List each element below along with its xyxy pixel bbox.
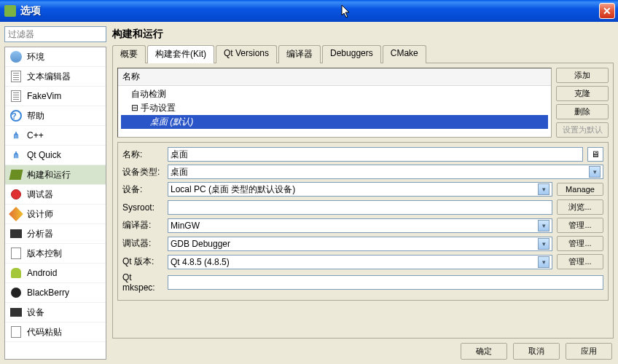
env-icon (9, 50, 23, 63)
category-item[interactable]: BlackBerry (5, 283, 106, 303)
mkspec-input[interactable] (168, 275, 603, 290)
device-label: 设备: (122, 183, 163, 196)
category-item[interactable]: 设计师 (5, 205, 106, 224)
remove-button[interactable]: 删除 (556, 104, 609, 119)
name-icon-button[interactable]: 🖥 (587, 147, 603, 162)
paste-icon (9, 325, 23, 339)
vcs-icon (9, 247, 23, 260)
category-item[interactable]: ?帮助 (5, 106, 106, 126)
compiler-label: 编译器: (122, 219, 163, 232)
clone-button[interactable]: 克隆 (556, 86, 609, 101)
category-label: 分析器 (27, 228, 53, 240)
qtversion-select[interactable]: Qt 4.8.5 (4.8.5)▾ (168, 255, 552, 269)
category-label: 环境 (27, 51, 44, 63)
category-item[interactable]: 环境 (5, 47, 106, 67)
tab[interactable]: Debuggers (322, 45, 381, 63)
tab[interactable]: Qt Versions (216, 45, 277, 63)
category-item[interactable]: FakeVim (5, 87, 106, 106)
category-label: 调试器 (27, 189, 53, 201)
help-icon: ? (9, 109, 23, 122)
category-item[interactable]: 设备 (5, 303, 106, 323)
window-title: 选项 (20, 4, 599, 17)
device-type-label: 设备类型: (122, 166, 163, 178)
chevron-down-icon: ▾ (538, 256, 549, 268)
chevron-down-icon: ▾ (538, 183, 549, 195)
tree-node[interactable]: 自动检测 (121, 87, 548, 101)
category-label: Qt Quick (27, 150, 61, 160)
cpp-icon: ⋔ (9, 129, 23, 142)
category-label: 设计师 (27, 208, 53, 221)
category-label: 版本控制 (27, 248, 62, 260)
set-default-button: 设置为默认 (556, 122, 609, 138)
apply-button[interactable]: 应用 (566, 343, 612, 360)
category-item[interactable]: Android (5, 264, 106, 283)
device-icon (9, 306, 23, 319)
tree-node[interactable]: ⊟ 手动设置 (121, 101, 548, 115)
category-item[interactable]: 文本编辑器 (5, 67, 106, 87)
sysroot-input[interactable] (168, 200, 552, 215)
name-input[interactable] (168, 147, 583, 162)
manage-device-button[interactable]: Manage (557, 183, 603, 196)
name-label: 名称: (122, 149, 163, 161)
filter-input[interactable] (4, 26, 106, 42)
mkspec-label: Qt mkspec: (122, 272, 163, 293)
add-button[interactable]: 添加 (556, 68, 609, 83)
category-label: BlackBerry (27, 288, 69, 298)
tree-header-name: 名称 (118, 68, 551, 86)
close-button[interactable]: ✕ (599, 3, 615, 19)
app-icon (4, 5, 16, 17)
category-label: 构建和运行 (27, 169, 71, 181)
text-icon (9, 70, 23, 83)
debugger-label: 调试器: (122, 237, 163, 250)
bb-icon (9, 286, 23, 299)
qtversion-label: Qt 版本: (122, 256, 163, 268)
category-label: 帮助 (27, 110, 44, 122)
sysroot-label: Sysroot: (122, 202, 163, 213)
title-bar: 选项 ✕ (0, 0, 618, 22)
design-icon (9, 207, 23, 221)
category-item[interactable]: 分析器 (5, 224, 106, 244)
category-item[interactable]: 版本控制 (5, 244, 106, 264)
category-item[interactable]: ⋔C++ (5, 126, 106, 146)
tab[interactable]: 编译器 (278, 45, 321, 63)
chevron-down-icon: ▾ (538, 238, 549, 250)
compiler-select[interactable]: MinGW▾ (168, 218, 552, 233)
kits-tree[interactable]: 名称 自动检测⊟ 手动设置桌面 (默认) (117, 68, 552, 138)
category-label: 文本编辑器 (27, 71, 71, 83)
android-icon (9, 266, 23, 280)
device-type-select[interactable]: 桌面▾ (168, 165, 603, 179)
category-item[interactable]: 调试器 (5, 185, 106, 205)
manage-compiler-button[interactable]: 管理... (557, 218, 603, 233)
analyzer-icon (9, 227, 23, 240)
category-item[interactable]: 代码粘贴 (5, 323, 106, 342)
device-select[interactable]: Local PC (桌面 类型的默认设备)▾ (168, 182, 552, 197)
cancel-button[interactable]: 取消 (513, 343, 560, 360)
manage-debugger-button[interactable]: 管理... (557, 236, 603, 251)
cpp-icon: ⋔ (9, 149, 23, 162)
category-label: 代码粘贴 (27, 326, 62, 339)
tab[interactable]: CMake (383, 45, 426, 63)
debug-icon (9, 188, 23, 201)
browse-sysroot-button[interactable]: 浏览... (557, 199, 603, 215)
category-list: 环境文本编辑器FakeVim?帮助⋔C++⋔Qt Quick构建和运行调试器设计… (4, 47, 106, 360)
category-label: C++ (27, 130, 44, 141)
tab-bar: 概要构建套件(Kit)Qt Versions编译器DebuggersCMake (112, 45, 614, 63)
category-label: FakeVim (27, 91, 61, 101)
tab[interactable]: 构建套件(Kit) (147, 45, 214, 63)
category-label: Android (27, 268, 57, 278)
category-item[interactable]: 构建和运行 (5, 165, 106, 185)
manage-qtversion-button[interactable]: 管理... (557, 254, 603, 269)
kit-form: 名称: 🖥 设备类型: 桌面▾ 设备: Local PC (桌面 类型的默认设备… (117, 142, 609, 301)
chevron-down-icon: ▾ (589, 166, 601, 178)
category-label: 设备 (27, 306, 44, 319)
text-icon (9, 90, 23, 103)
ok-button[interactable]: 确定 (461, 343, 507, 360)
debugger-select[interactable]: GDB Debugger▾ (168, 237, 552, 251)
chevron-down-icon: ▾ (538, 220, 549, 232)
tab[interactable]: 概要 (112, 45, 146, 63)
tree-node[interactable]: 桌面 (默认) (121, 115, 548, 129)
category-item[interactable]: ⋔Qt Quick (5, 146, 106, 165)
build-icon (9, 168, 23, 181)
page-title: 构建和运行 (112, 26, 614, 45)
